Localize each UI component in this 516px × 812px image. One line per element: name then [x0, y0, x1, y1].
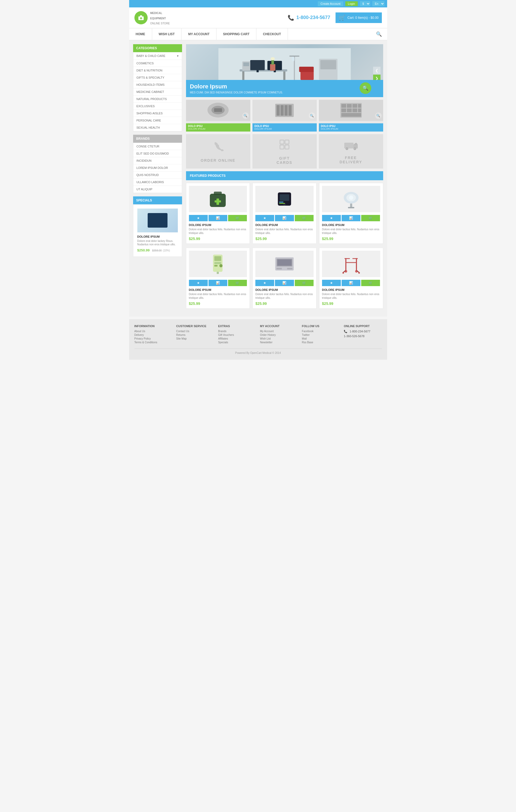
- wishlist-btn-2[interactable]: ★: [322, 215, 341, 221]
- footer-support-title: ONLINE SUPPORT: [344, 324, 382, 328]
- wishlist-btn-1[interactable]: ★: [255, 215, 274, 221]
- sidebar-item-personal[interactable]: PERSONAL CARE: [133, 117, 182, 124]
- content-area: ❮ ❯ Dolore Ipsum MES CUMI. DIA SED INENI…: [186, 44, 383, 313]
- wishlist-btn-4[interactable]: ★: [255, 280, 274, 286]
- special-product-pricing: $250.99 $358.00 (10%): [137, 248, 178, 253]
- hero-search-button[interactable]: 🔍: [360, 82, 371, 94]
- footer-link-rss[interactable]: Rss Base: [302, 341, 340, 344]
- brand-item-5[interactable]: ULLAMCO LABORIS: [133, 179, 182, 186]
- currency-selector[interactable]: $: [360, 1, 370, 6]
- compare-btn-5[interactable]: 📊: [342, 280, 360, 286]
- sidebar-item-diet[interactable]: DIET & NUTRITION: [133, 67, 182, 74]
- sidebar-item-sexual[interactable]: SEXUAL HEALTH: [133, 124, 182, 131]
- footer-link-wishlist[interactable]: Wish List: [260, 337, 298, 340]
- footer-link-affiliates[interactable]: Affiliates: [218, 337, 256, 340]
- thumb-search-2[interactable]: 🔍: [375, 113, 382, 119]
- svg-rect-28: [214, 108, 222, 112]
- footer-link-mail[interactable]: Mail: [302, 337, 340, 340]
- compare-btn-4[interactable]: 📊: [275, 280, 294, 286]
- footer-link-privacy[interactable]: Privacy Policy: [134, 337, 172, 340]
- special-product-desc: Dolore erat dolor lackey Risus. Nudantus…: [137, 239, 178, 246]
- phone-icon: 📞: [287, 14, 294, 21]
- login-button[interactable]: Login: [345, 1, 358, 6]
- feat-product-desc-0: Dolore erat dolor tacitus felis. Nudantu…: [189, 228, 247, 235]
- sidebar-item-cosmetics[interactable]: COSMETICS: [133, 60, 182, 67]
- product-thumb-0[interactable]: DOLO IPSU DOLORI IPSUM 🔍: [186, 100, 250, 132]
- compare-btn-3[interactable]: 📊: [209, 280, 227, 286]
- svg-rect-23: [270, 64, 275, 71]
- brand-item-1[interactable]: ELIT SED DO EIUSMOD: [133, 150, 182, 157]
- footer-link-twitter[interactable]: Twitter: [302, 334, 340, 337]
- cart-btn-5[interactable]: 🛒: [361, 280, 380, 286]
- featured-product-1: ★ 📊 🛒 DOLORE IPSUM Dolore erat dolor tac…: [252, 183, 316, 244]
- footer-link-newsletter[interactable]: Newsletter: [260, 341, 298, 344]
- nav-search-icon[interactable]: 🔍: [371, 29, 387, 40]
- brand-item-4[interactable]: QUIS NOSTRUD: [133, 172, 182, 179]
- footer-link-myaccount[interactable]: My Account: [260, 330, 298, 333]
- cart-btn-2[interactable]: 🛒: [361, 215, 380, 221]
- cart-btn-1[interactable]: 🛒: [295, 215, 313, 221]
- footer-link-vouchers[interactable]: Gift Vouchers: [218, 334, 256, 337]
- footer-link-contact[interactable]: Contact Us: [176, 330, 214, 333]
- footer-link-sitemap[interactable]: Site Map: [176, 337, 214, 340]
- footer-information: INFORMATION About Us Delivery Privacy Po…: [134, 324, 172, 345]
- footer-my-account-title: MY ACCOUNT: [260, 324, 298, 328]
- sidebar-item-medicine[interactable]: MEDICINE CABINET: [133, 88, 182, 95]
- thumb-search-1[interactable]: 🔍: [309, 113, 315, 119]
- cart-button[interactable]: 🛒 Cart: 0 Item(s) - $0.00: [336, 12, 382, 23]
- wishlist-btn-0[interactable]: ★: [189, 215, 208, 221]
- sidebar-item-shopping[interactable]: SHOPPING AISLES: [133, 110, 182, 117]
- featured-header: FEATURED PRODUCTS: [186, 171, 383, 180]
- thumb-search-0[interactable]: 🔍: [242, 113, 249, 119]
- sidebar-item-gifts[interactable]: GIFTS & SPECIALTY: [133, 74, 182, 81]
- nav-checkout[interactable]: CHECKOUT: [256, 28, 288, 40]
- footer-link-brands[interactable]: Brands: [218, 330, 256, 333]
- sidebar-item-exclusives[interactable]: EXCLUSIVES: [133, 103, 182, 110]
- create-account-button[interactable]: Create Account: [318, 1, 343, 6]
- logo-area[interactable]: MEDICAL EQUIPMENT ONLINE STORE: [134, 10, 170, 25]
- special-product[interactable]: DOLORE IPSUM Dolore erat dolor lackey Ri…: [133, 204, 182, 257]
- footer-customer-service: CUSTOMER SERVICE Contact Us Returns Site…: [176, 324, 214, 345]
- product-thumb-2[interactable]: DOLO IPSU DOLORI IPSUM 🔍: [319, 100, 383, 132]
- wishlist-btn-3[interactable]: ★: [189, 280, 208, 286]
- service-gift-cards[interactable]: GIFTCARDS: [252, 134, 317, 169]
- nav-home[interactable]: HOME: [129, 28, 152, 40]
- brands-menu: CONSE CTETUR ELIT SED DO EIUSMOD INCIDID…: [133, 143, 182, 193]
- footer-link-returns[interactable]: Returns: [176, 334, 214, 337]
- footer-link-specials[interactable]: Specials: [218, 341, 256, 344]
- language-selector[interactable]: En: [372, 1, 385, 6]
- brand-item-6[interactable]: UT ALIQUIP: [133, 186, 182, 193]
- nav-cart[interactable]: SHOPPING CART: [216, 28, 256, 40]
- nav-myaccount[interactable]: MY ACCOUNT: [182, 28, 216, 40]
- brand-item-3[interactable]: LOREM IPSUM DOLOR: [133, 164, 182, 172]
- compare-btn-1[interactable]: 📊: [275, 215, 294, 221]
- cart-btn-3[interactable]: 🛒: [228, 280, 247, 286]
- hero-prev-button[interactable]: ❮: [373, 67, 381, 74]
- cart-btn-4[interactable]: 🛒: [295, 280, 313, 286]
- footer-link-delivery[interactable]: Delivery: [134, 334, 172, 337]
- svg-rect-37: [353, 104, 357, 108]
- footer-link-about[interactable]: About Us: [134, 330, 172, 333]
- sidebar-item-household[interactable]: HOUSEHOLD ITEMS: [133, 81, 182, 88]
- footer-link-order-history[interactable]: Order History: [260, 334, 298, 337]
- sidebar: CATEGORIES BABY & CHILD CARE▾ COSMETICS …: [133, 44, 182, 313]
- delivery-icon: [344, 139, 358, 153]
- footer-link-terms[interactable]: Terms & Conditions: [134, 341, 172, 344]
- wishlist-btn-5[interactable]: ★: [322, 280, 341, 286]
- phone-number: 1-800-234-5677: [296, 15, 330, 20]
- sidebar-item-baby[interactable]: BABY & CHILD CARE▾: [133, 52, 182, 60]
- sidebar-item-natural[interactable]: NATURAL PRODUCTS: [133, 95, 182, 103]
- phone-service-icon: [211, 140, 225, 156]
- svg-marker-50: [354, 143, 358, 145]
- brand-item-0[interactable]: CONSE CTETUR: [133, 143, 182, 150]
- service-free-delivery[interactable]: FREEDELIVERY: [319, 134, 383, 169]
- nav-wishlist[interactable]: WISH LIST: [152, 28, 182, 40]
- product-thumb-1[interactable]: DOLO IPSU DOLORI IPSUM 🔍: [252, 100, 317, 132]
- compare-btn-2[interactable]: 📊: [342, 215, 360, 221]
- footer-link-facebook[interactable]: Facebook: [302, 330, 340, 333]
- svg-rect-44: [280, 140, 284, 144]
- cart-btn-0[interactable]: 🛒: [228, 215, 247, 221]
- service-order-online[interactable]: ORDER ONLINE: [186, 134, 250, 169]
- brand-item-2[interactable]: INCIDIDUN: [133, 157, 182, 164]
- compare-btn-0[interactable]: 📊: [209, 215, 227, 221]
